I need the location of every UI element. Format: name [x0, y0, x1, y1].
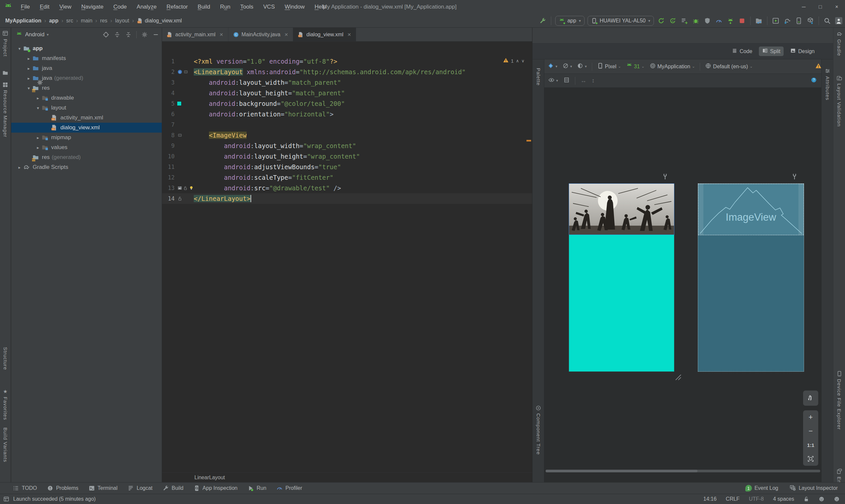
breadcrumb-item[interactable]: main	[81, 18, 92, 24]
breadcrumb-file[interactable]: dialog_view.xml	[145, 18, 182, 24]
code-line-4[interactable]: 4 android:layout_height="match_parent"	[162, 88, 532, 98]
debug-icon[interactable]	[691, 17, 700, 25]
expand-all-icon[interactable]	[114, 31, 121, 38]
breadcrumb-item[interactable]: res	[100, 18, 107, 24]
code-line-11[interactable]: 11 android:adjustViewBounds="true"	[162, 162, 532, 172]
toolwindow-problems[interactable]: Problems	[47, 485, 78, 491]
api-version-menu[interactable]: 31⌄	[626, 63, 645, 70]
editor-tab-dialog-view-xml[interactable]: <>dialog_view.xml✕	[293, 28, 356, 41]
toolwindow-todo[interactable]: TODO	[13, 485, 37, 491]
canvas-resize-handle[interactable]	[674, 373, 682, 381]
project-structure-icon[interactable]	[755, 17, 763, 25]
indent-indicator[interactable]: 4 spaces	[773, 496, 794, 502]
render-warning-icon[interactable]	[815, 63, 822, 70]
close-tab-icon[interactable]: ✕	[347, 32, 351, 37]
breadcrumb-item[interactable]: layout	[115, 18, 129, 24]
hide-panel-icon[interactable]	[153, 31, 159, 38]
tree-toggle-icon[interactable]: ▾	[16, 46, 23, 51]
bulb-gutter-icon[interactable]	[189, 185, 194, 191]
component-tree-tab[interactable]: Component Tree	[532, 405, 544, 455]
tree-toggle-icon[interactable]: ▾	[34, 106, 41, 110]
zoom-reset-button[interactable]: 1:1	[803, 438, 818, 452]
attach-debugger-icon[interactable]	[726, 17, 735, 25]
locale-menu[interactable]: Default (en-us)⌄	[705, 63, 753, 70]
editor-breadcrumb[interactable]: LinearLayout	[162, 472, 532, 482]
tree-toggle-icon[interactable]: ▸	[16, 165, 23, 170]
device-menu[interactable]: Pixel⌄	[597, 63, 621, 70]
gear-icon[interactable]	[141, 31, 148, 38]
device-config-icon[interactable]	[791, 173, 798, 180]
theme-menu[interactable]: MyApplication⌄	[650, 63, 695, 70]
line-ending-indicator[interactable]: CRLF	[726, 496, 740, 502]
menu-window[interactable]: Window	[280, 0, 310, 14]
tree-toggle-icon[interactable]: ▸	[25, 66, 32, 71]
menu-analyze[interactable]: Analyze	[132, 0, 162, 14]
search-everywhere-icon[interactable]	[823, 17, 831, 25]
locate-file-icon[interactable]	[103, 31, 109, 38]
orientation-select[interactable]: ▾	[562, 63, 573, 70]
tree-item-app[interactable]: ▾app	[11, 43, 162, 53]
breadcrumb-item[interactable]: MyApplication	[5, 18, 41, 24]
code-line-1[interactable]: 1<?xml version="1.0" encoding="utf-8"?>	[162, 56, 532, 67]
toolwindow-toggle-icon[interactable]	[3, 496, 9, 502]
lock-gutter-icon[interactable]	[177, 196, 182, 201]
tree-toggle-icon[interactable]: ▾	[25, 86, 32, 91]
code-line-3[interactable]: 3 android:layout_width="match_parent"	[162, 77, 532, 88]
menu-build[interactable]: Build	[193, 0, 215, 14]
tree-toggle-icon[interactable]: ▸	[25, 56, 32, 61]
apply-changes-icon[interactable]: A	[668, 17, 677, 25]
tree-item-res[interactable]: ▾res	[11, 83, 162, 93]
tree-item-java[interactable]: ▸java	[11, 63, 162, 73]
sidebar-item-resource-manager[interactable]: Resource Manager	[0, 82, 11, 138]
feedback-frown-icon[interactable]	[834, 496, 840, 502]
stop-icon[interactable]	[738, 17, 746, 25]
img-gutter-icon[interactable]	[177, 185, 182, 191]
ccircle-gutter-icon[interactable]: C	[177, 69, 182, 74]
sidebar-item-build-variants[interactable]: Build Variants	[0, 428, 11, 462]
blueprint-toggle-icon[interactable]	[563, 77, 570, 85]
prev-issue-icon[interactable]: ∧	[516, 58, 519, 63]
toolwindow-build[interactable]: Build	[162, 485, 183, 491]
menu-vcs[interactable]: VCS	[259, 0, 280, 14]
event-log-button[interactable]: 1 Event Log	[745, 485, 778, 491]
tree-toggle-icon[interactable]: ▸	[34, 145, 41, 150]
feedback-smile-icon[interactable]	[818, 496, 825, 502]
minimize-button[interactable]: ─	[795, 0, 812, 14]
tree-item-activity-main-xml[interactable]: <>activity_main.xml	[11, 113, 162, 123]
sidebar-item-layout-validation[interactable]: Layout Validation	[833, 75, 845, 127]
menu-tools[interactable]: Tools	[235, 0, 259, 14]
zoom-out-button[interactable]: −	[803, 424, 818, 438]
sidebar-item-device-file-explorer[interactable]: Device File Explorer	[833, 371, 845, 430]
next-issue-icon[interactable]: ∨	[521, 58, 525, 63]
code-line-8[interactable]: 8 <ImageView	[162, 130, 532, 141]
menu-run[interactable]: Run	[215, 0, 235, 14]
sdk-manager-icon[interactable]	[806, 17, 815, 25]
editor-tab-activity-main-xml[interactable]: <>activity_main.xml✕	[162, 28, 228, 41]
toolwindow-profiler[interactable]: Profiler	[276, 485, 302, 491]
breadcrumb-item[interactable]: src	[66, 18, 73, 24]
sidebar-item-structure[interactable]: Structure	[0, 347, 11, 370]
mode-design-button[interactable]: Design	[787, 47, 818, 56]
menu-navigate[interactable]: Navigate	[76, 0, 108, 14]
menu-file[interactable]: File	[16, 0, 35, 14]
lock-gutter-icon[interactable]	[183, 185, 188, 191]
zoom-to-fit-button[interactable]	[803, 452, 818, 466]
toolwindow-logcat[interactable]: Logcat	[127, 485, 153, 491]
editor-tab-MainActivity-java[interactable]: CMainActivity.java✕	[228, 28, 294, 41]
tree-item-mipmap[interactable]: ▸mipmap	[11, 132, 162, 143]
view-options-icon[interactable]: ▾	[548, 77, 558, 85]
profile-avatar[interactable]	[834, 17, 843, 25]
inspection-widget[interactable]: 1 ∧ ∨	[503, 57, 525, 64]
tree-item-gradle-scripts[interactable]: ▸Gradle Scripts	[11, 162, 162, 172]
help-icon[interactable]: ?	[811, 77, 817, 85]
run-configuration-select[interactable]: app▾	[555, 16, 584, 26]
collapse-all-icon[interactable]	[125, 31, 132, 38]
tree-toggle-icon[interactable]: ▸	[34, 135, 41, 140]
fold-gutter-icon[interactable]	[183, 69, 189, 74]
menu-edit[interactable]: Edit	[35, 0, 54, 14]
window-icon[interactable]	[0, 30, 11, 36]
sidebar-item-project[interactable]: Project	[0, 39, 11, 57]
code-line-10[interactable]: 10 android:layout_height="wrap_content"	[162, 151, 532, 162]
mode-split-button[interactable]: Split	[759, 47, 784, 56]
profiler-icon[interactable]	[715, 17, 723, 25]
